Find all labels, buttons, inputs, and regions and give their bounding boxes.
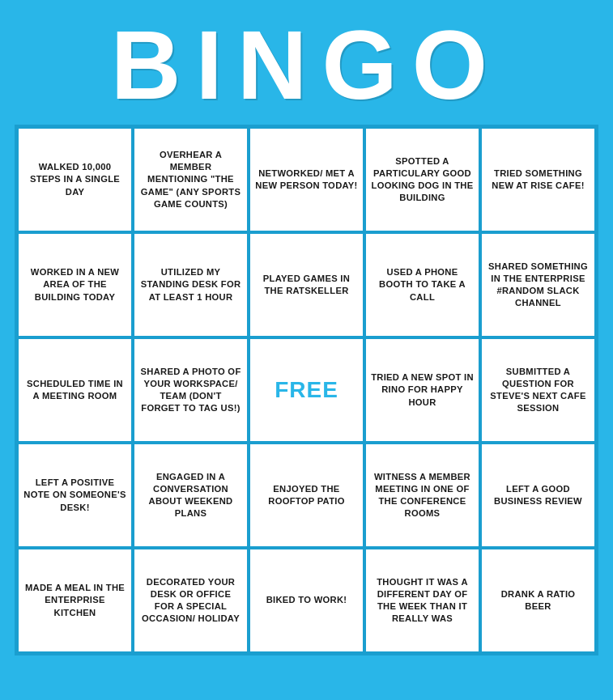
bingo-cell-text-r0c1: OVERHEAR A MEMBER MENTIONING "THE GAME" … <box>139 149 242 210</box>
bingo-cell-r0c0[interactable]: WALKED 10,000 STEPS IN A SINGLE DAY <box>17 127 133 232</box>
bingo-cell-text-r4c4: DRANK A RATIO BEER <box>487 588 590 613</box>
bingo-cell-text-r0c4: TRIED SOMETHING NEW AT RISE CAFE! <box>487 168 590 192</box>
bingo-cell-r0c3[interactable]: SPOTTED A PARTICULARY GOOD LOOKING DOG I… <box>364 127 480 232</box>
bingo-cell-text-r3c0: LEFT A POSITIVE NOTE ON SOMEONE'S DESK! <box>23 477 126 513</box>
bingo-title-text: BINGO <box>111 16 502 113</box>
bingo-cell-text-r1c3: USED A PHONE BOOTH TO TAKE A CALL <box>371 266 474 303</box>
bingo-cell-r4c0[interactable]: MADE A MEAL IN THE ENTERPRISE KITCHEN <box>17 548 133 653</box>
bingo-cell-text-r4c3: THOUGHT IT WAS A DIFFERENT DAY OF THE WE… <box>371 576 474 625</box>
bingo-cell-r0c4[interactable]: TRIED SOMETHING NEW AT RISE CAFE! <box>480 127 596 232</box>
bingo-card: BINGO WALKED 10,000 STEPS IN A SINGLE DA… <box>0 0 613 700</box>
bingo-cell-r4c3[interactable]: THOUGHT IT WAS A DIFFERENT DAY OF THE WE… <box>364 548 480 653</box>
bingo-cell-text-r2c1: SHARED A PHOTO OF YOUR WORKSPACE/ TEAM (… <box>139 366 242 414</box>
bingo-cell-r3c4[interactable]: LEFT A GOOD BUSINESS REVIEW <box>480 443 596 548</box>
bingo-cell-r1c1[interactable]: UTILIZED MY STANDING DESK FOR AT LEAST 1… <box>133 232 249 337</box>
bingo-cell-r1c4[interactable]: SHARED SOMETHING IN THE ENTERPRISE #RAND… <box>480 232 596 337</box>
bingo-cell-r2c0[interactable]: SCHEDULED TIME IN A MEETING ROOM <box>17 337 133 443</box>
bingo-cell-text-r2c3: TRIED A NEW SPOT IN RINO FOR HAPPY HOUR <box>371 371 474 408</box>
bingo-cell-r4c2[interactable]: BIKED TO WORK! <box>249 548 364 653</box>
bingo-cell-text-r2c2: FREE <box>275 375 338 405</box>
bingo-cell-r1c3[interactable]: USED A PHONE BOOTH TO TAKE A CALL <box>364 232 480 337</box>
bingo-cell-text-r4c2: BIKED TO WORK! <box>266 594 347 606</box>
bingo-cell-text-r1c0: WORKED IN A NEW AREA OF THE BUILDING TOD… <box>23 266 126 303</box>
bingo-cell-text-r1c4: SHARED SOMETHING IN THE ENTERPRISE #RAND… <box>487 261 590 309</box>
bingo-cell-text-r3c3: WITNESS A MEMBER MEETING IN ONE OF THE C… <box>371 471 474 520</box>
bingo-cell-r3c0[interactable]: LEFT A POSITIVE NOTE ON SOMEONE'S DESK! <box>17 443 133 548</box>
bingo-cell-text-r0c0: WALKED 10,000 STEPS IN A SINGLE DAY <box>23 161 126 197</box>
bingo-cell-text-r1c2: PLAYED GAMES IN THE RATSKELLER <box>255 273 358 297</box>
bingo-cell-r4c1[interactable]: DECORATED YOUR DESK OR OFFICE FOR A SPEC… <box>133 548 249 653</box>
bingo-cell-text-r0c3: SPOTTED A PARTICULARY GOOD LOOKING DOG I… <box>371 155 474 204</box>
bingo-cell-text-r2c4: SUBMITTED A QUESTION FOR STEVE'S NEXT CA… <box>487 366 590 414</box>
bingo-cell-r4c4[interactable]: DRANK A RATIO BEER <box>480 548 596 653</box>
bingo-grid: WALKED 10,000 STEPS IN A SINGLE DAYOVERH… <box>15 125 598 655</box>
bingo-cell-text-r2c0: SCHEDULED TIME IN A MEETING ROOM <box>23 378 126 402</box>
bingo-cell-r3c3[interactable]: WITNESS A MEMBER MEETING IN ONE OF THE C… <box>364 443 480 548</box>
bingo-cell-r1c0[interactable]: WORKED IN A NEW AREA OF THE BUILDING TOD… <box>17 232 133 337</box>
bingo-cell-text-r3c2: ENJOYED THE ROOFTOP PATIO <box>255 483 358 507</box>
bingo-cell-r0c2[interactable]: NETWORKED/ MET A NEW PERSON TODAY! <box>249 127 364 232</box>
bingo-cell-r2c4[interactable]: SUBMITTED A QUESTION FOR STEVE'S NEXT CA… <box>480 337 596 443</box>
bingo-cell-r3c2[interactable]: ENJOYED THE ROOFTOP PATIO <box>249 443 364 548</box>
bingo-cell-text-r4c1: DECORATED YOUR DESK OR OFFICE FOR A SPEC… <box>139 576 242 625</box>
bingo-cell-r3c1[interactable]: ENGAGED IN A CONVERSATION ABOUT WEEKEND … <box>133 443 249 548</box>
bingo-cell-r0c1[interactable]: OVERHEAR A MEMBER MENTIONING "THE GAME" … <box>133 127 249 232</box>
bingo-cell-text-r3c1: ENGAGED IN A CONVERSATION ABOUT WEEKEND … <box>139 471 242 520</box>
bingo-cell-text-r3c4: LEFT A GOOD BUSINESS REVIEW <box>487 483 590 507</box>
bingo-cell-text-r4c0: MADE A MEAL IN THE ENTERPRISE KITCHEN <box>23 582 126 618</box>
bingo-cell-r1c2[interactable]: PLAYED GAMES IN THE RATSKELLER <box>249 232 364 337</box>
bingo-cell-text-r0c2: NETWORKED/ MET A NEW PERSON TODAY! <box>255 168 358 192</box>
bingo-cell-text-r1c1: UTILIZED MY STANDING DESK FOR AT LEAST 1… <box>139 266 242 303</box>
bingo-title: BINGO <box>15 8 598 125</box>
bingo-cell-r2c2[interactable]: FREE <box>249 337 364 443</box>
bingo-cell-r2c3[interactable]: TRIED A NEW SPOT IN RINO FOR HAPPY HOUR <box>364 337 480 443</box>
bingo-cell-r2c1[interactable]: SHARED A PHOTO OF YOUR WORKSPACE/ TEAM (… <box>133 337 249 443</box>
